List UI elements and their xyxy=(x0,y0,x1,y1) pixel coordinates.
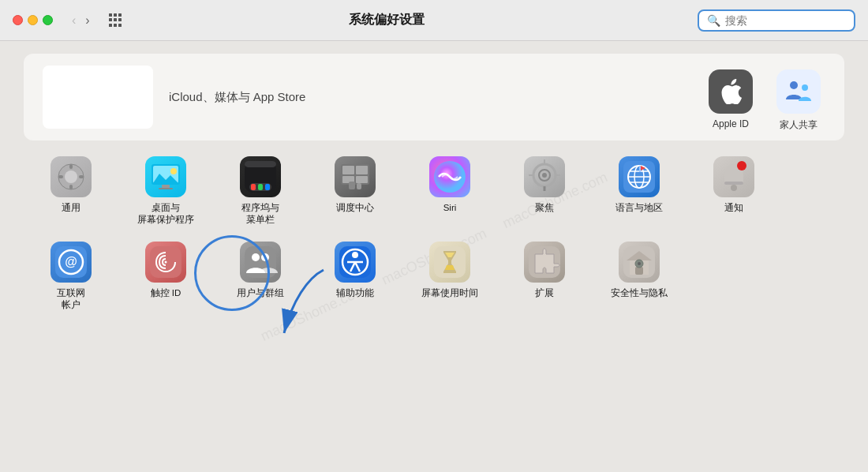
pref-touch-id[interactable]: 触控 ID xyxy=(118,242,213,311)
security-label: 安全性与隐私 xyxy=(611,287,668,299)
svg-rect-15 xyxy=(245,161,276,167)
extensions-icon xyxy=(524,242,565,283)
svg-point-52 xyxy=(261,253,269,261)
dock-label: 程序坞与菜单栏 xyxy=(241,202,279,226)
back-arrow[interactable]: ‹ xyxy=(69,12,79,29)
pref-security[interactable]: 安全性与隐私 xyxy=(592,242,687,311)
pref-general[interactable]: 通用 xyxy=(24,156,118,226)
apple-id-subtitle: iCloud、媒体与 App Store xyxy=(169,90,305,105)
svg-rect-13 xyxy=(159,188,173,189)
svg-rect-7 xyxy=(79,175,84,178)
control-icon xyxy=(335,156,376,197)
titlebar: ‹ › 系统偏好设置 🔍 xyxy=(0,0,868,41)
desktop-icon xyxy=(145,156,186,197)
svg-rect-26 xyxy=(357,183,361,189)
traffic-lights xyxy=(13,15,53,25)
apple-id-banner: iCloud、媒体与 App Store Apple ID xyxy=(24,54,844,140)
main-content: macOShome.com macOShome.com macOShome.co… xyxy=(0,41,868,472)
touch-id-icon xyxy=(145,242,186,283)
apple-id-card xyxy=(43,66,153,129)
general-icon xyxy=(51,156,92,197)
pref-internet[interactable]: @ 互联网帐户 xyxy=(24,242,118,311)
notification-label: 通知 xyxy=(724,202,743,214)
svg-rect-41 xyxy=(639,166,641,172)
svg-rect-22 xyxy=(356,166,368,174)
notification-icon xyxy=(713,156,754,197)
language-icon xyxy=(619,156,660,197)
pref-screentime[interactable]: 屏幕使用时间 xyxy=(402,242,497,311)
focus-label: 聚焦 xyxy=(535,202,554,214)
screentime-icon xyxy=(429,242,470,283)
focus-icon xyxy=(524,156,565,197)
apple-id-icon xyxy=(709,69,753,114)
users-icon xyxy=(240,242,281,283)
pref-accessibility[interactable]: 辅助功能 xyxy=(308,242,402,311)
users-label: 用户与群组 xyxy=(237,287,284,299)
icon-row-2: @ 互联网帐户 触控 ID xyxy=(24,242,844,311)
accessibility-label: 辅助功能 xyxy=(336,287,374,299)
touch-id-label: 触控 ID xyxy=(151,287,181,299)
svg-text:@: @ xyxy=(65,255,77,268)
svg-rect-21 xyxy=(342,166,354,174)
svg-point-63 xyxy=(638,262,641,265)
svg-rect-4 xyxy=(69,164,73,169)
icon-row-1: 通用 桌面与屏幕保护程序 xyxy=(24,156,844,226)
svg-point-51 xyxy=(252,253,260,261)
svg-rect-25 xyxy=(349,182,355,189)
svg-rect-5 xyxy=(69,185,73,189)
svg-point-0 xyxy=(790,81,798,89)
pref-language[interactable]: 语言与地区 xyxy=(592,156,687,226)
svg-rect-17 xyxy=(251,184,256,190)
zoom-button[interactable] xyxy=(43,15,53,25)
pref-extensions[interactable]: 扩展 xyxy=(497,242,592,311)
general-label: 通用 xyxy=(62,202,80,214)
pref-users[interactable]: 用户与群组 xyxy=(213,242,308,311)
svg-rect-12 xyxy=(162,185,170,188)
search-icon: 🔍 xyxy=(707,14,720,27)
pref-siri[interactable]: Siri xyxy=(402,156,497,226)
svg-rect-24 xyxy=(356,176,368,183)
svg-point-55 xyxy=(352,252,358,258)
extensions-label: 扩展 xyxy=(535,287,554,299)
apple-id-label: Apple ID xyxy=(713,118,749,129)
family-sharing-icon-item[interactable]: 家人共享 xyxy=(776,69,821,132)
pref-control[interactable]: 调度中心 xyxy=(308,156,402,226)
pref-desktop[interactable]: 桌面与屏幕保护程序 xyxy=(118,156,213,226)
family-sharing-icon xyxy=(776,69,821,114)
pref-notification[interactable]: 通知 xyxy=(687,156,781,226)
svg-rect-18 xyxy=(258,184,263,190)
window-title: 系统偏好设置 xyxy=(85,12,688,28)
minimize-button[interactable] xyxy=(28,15,38,25)
accessibility-icon xyxy=(335,242,376,283)
language-label: 语言与地区 xyxy=(615,202,663,214)
svg-point-11 xyxy=(170,168,177,174)
svg-rect-43 xyxy=(724,182,743,185)
siri-icon xyxy=(429,156,470,197)
svg-point-45 xyxy=(737,161,746,170)
search-box: 🔍 xyxy=(698,9,855,32)
security-icon xyxy=(619,242,660,283)
pref-dock[interactable]: 程序坞与菜单栏 xyxy=(213,156,308,226)
svg-point-30 xyxy=(542,173,547,178)
svg-rect-6 xyxy=(58,175,63,178)
family-sharing-label: 家人共享 xyxy=(780,118,817,132)
search-input[interactable] xyxy=(725,14,846,27)
siri-label: Siri xyxy=(443,202,457,214)
apple-id-icon-item[interactable]: Apple ID xyxy=(709,69,753,132)
control-label: 调度中心 xyxy=(336,202,374,214)
pref-focus[interactable]: 聚焦 xyxy=(497,156,592,226)
dock-icon xyxy=(240,156,281,197)
internet-label: 互联网帐户 xyxy=(57,287,85,311)
screentime-label: 屏幕使用时间 xyxy=(421,287,478,299)
top-right-icons: Apple ID 家人共享 xyxy=(709,69,821,132)
desktop-label: 桌面与屏幕保护程序 xyxy=(137,202,194,226)
svg-point-1 xyxy=(802,84,808,91)
svg-point-44 xyxy=(731,185,737,191)
internet-icon: @ xyxy=(51,242,92,283)
close-button[interactable] xyxy=(13,15,23,25)
svg-point-3 xyxy=(65,170,77,183)
svg-rect-19 xyxy=(265,184,270,190)
